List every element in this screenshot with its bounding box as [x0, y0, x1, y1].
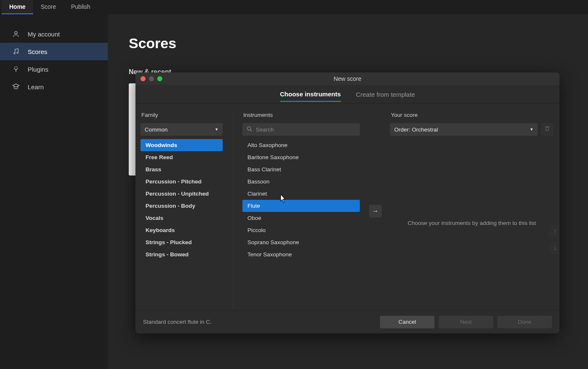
move-down-button[interactable]: ↓	[549, 242, 559, 254]
your-score-empty-message: Choose your instruments by adding them t…	[390, 136, 554, 310]
cancel-button[interactable]: Cancel	[380, 316, 434, 328]
sidebar-item-account[interactable]: My account	[0, 25, 108, 43]
select-value: Order: Orchestral	[394, 126, 438, 133]
user-icon	[12, 30, 20, 38]
svg-point-1	[14, 53, 15, 54]
arrow-up-icon: ↑	[553, 227, 557, 235]
reorder-arrows: ↑ ↓	[549, 225, 559, 254]
add-instrument-button[interactable]: →	[369, 205, 382, 217]
move-up-button[interactable]: ↑	[549, 225, 559, 237]
page-title: Scores	[129, 35, 567, 52]
family-column: Family Common ▼ Woodwinds Free Reed Bras…	[135, 112, 228, 310]
music-icon	[12, 48, 20, 55]
dialog-titlebar[interactable]: New score	[135, 72, 559, 85]
sidebar-item-label: Scores	[28, 48, 47, 55]
instrument-item[interactable]: Bassoon	[242, 175, 360, 188]
order-select[interactable]: Order: Orchestral ▼	[390, 123, 538, 136]
close-window-button[interactable]	[140, 76, 146, 81]
trash-icon	[544, 126, 550, 133]
sidebar-item-label: Plugins	[28, 66, 48, 73]
arrow-down-icon: ↓	[553, 244, 557, 252]
family-genre-select[interactable]: Common ▼	[140, 123, 223, 136]
svg-point-3	[247, 126, 251, 130]
family-item-perc-pitched[interactable]: Percussion - Pitched	[140, 175, 223, 188]
instrument-search[interactable]	[242, 123, 360, 136]
your-score-label: Your score	[390, 112, 554, 118]
family-label: Family	[140, 112, 223, 118]
family-item-perc-unpitched[interactable]: Percussion - Unpitched	[140, 188, 223, 200]
delete-instrument-button[interactable]	[541, 123, 554, 136]
window-controls	[140, 76, 162, 81]
sidebar-item-plugins[interactable]: Plugins	[0, 60, 108, 78]
next-button[interactable]: Next	[439, 316, 493, 328]
instrument-item[interactable]: Oboe	[242, 212, 360, 224]
family-item-perc-body[interactable]: Percussion - Body	[140, 200, 223, 212]
sidebar: My account Scores Plugins Learn	[0, 14, 108, 369]
search-icon	[247, 126, 252, 133]
sidebar-item-label: My account	[28, 31, 60, 38]
instrument-item-flute[interactable]: Flute	[242, 200, 360, 212]
instrument-item[interactable]: Baritone Saxophone	[242, 151, 360, 163]
sidebar-item-scores[interactable]: Scores	[0, 43, 108, 60]
your-score-column: Your score Order: Orchestral ▼ Choose yo…	[387, 112, 559, 310]
family-item-strings-bowed[interactable]: Strings - Bowed	[140, 248, 223, 261]
arrow-right-icon: →	[372, 207, 379, 215]
tab-label: Choose instruments	[280, 90, 341, 98]
top-tab-publish[interactable]: Publish	[63, 0, 98, 14]
tab-create-from-template[interactable]: Create from template	[356, 87, 415, 101]
instrument-item[interactable]: Piccolo	[242, 224, 360, 236]
family-item-vocals[interactable]: Vocals	[140, 212, 223, 224]
family-list: Woodwinds Free Reed Brass Percussion - P…	[140, 139, 223, 261]
minimize-window-button[interactable]	[149, 76, 154, 81]
top-tab-label: Publish	[71, 3, 90, 10]
instrument-list: Alto Saxophone Baritone Saxophone Bass C…	[242, 139, 360, 261]
instrument-description: Standard concert flute in C.	[143, 319, 376, 325]
add-instrument-column: →	[364, 112, 387, 310]
sidebar-item-label: Learn	[28, 83, 44, 90]
done-button[interactable]: Done	[497, 316, 552, 328]
new-score-dialog: New score Choose instruments Create from…	[135, 72, 559, 333]
family-item-strings-plucked[interactable]: Strings - Plucked	[140, 236, 223, 248]
svg-point-0	[15, 31, 17, 34]
svg-point-2	[17, 52, 18, 54]
tab-choose-instruments[interactable]: Choose instruments	[280, 86, 341, 102]
tab-label: Create from template	[356, 91, 415, 98]
chevron-down-icon: ▼	[530, 127, 533, 132]
sidebar-item-learn[interactable]: Learn	[0, 78, 108, 95]
instrument-item[interactable]: Clarinet	[242, 188, 360, 200]
family-item-brass[interactable]: Brass	[140, 163, 223, 175]
dialog-tabs: Choose instruments Create from template	[135, 85, 559, 103]
select-value: Common	[145, 126, 168, 133]
instrument-item[interactable]: Soprano Saxophone	[242, 236, 360, 248]
top-tab-score[interactable]: Score	[33, 0, 64, 14]
top-tab-bar: Home Score Publish	[0, 0, 588, 14]
family-item-freereed[interactable]: Free Reed	[140, 151, 223, 163]
top-tab-label: Score	[41, 3, 56, 10]
instruments-column: Instruments Alto Saxophone Baritone Saxo…	[238, 112, 364, 310]
maximize-window-button[interactable]	[157, 76, 162, 81]
instrument-item[interactable]: Alto Saxophone	[242, 139, 360, 151]
learn-icon	[12, 83, 20, 90]
top-tab-home[interactable]: Home	[2, 0, 33, 14]
instrument-item[interactable]: Bass Clarinet	[242, 163, 360, 175]
plug-icon	[12, 65, 20, 73]
top-tab-label: Home	[9, 3, 26, 10]
instruments-label: Instruments	[242, 112, 360, 118]
family-item-woodwinds[interactable]: Woodwinds	[140, 139, 223, 151]
dialog-footer: Standard concert flute in C. Cancel Next…	[135, 310, 559, 333]
column-divider	[233, 112, 233, 310]
instrument-item[interactable]: Tenor Saxophone	[242, 248, 360, 261]
family-item-keyboards[interactable]: Keyboards	[140, 224, 223, 236]
instrument-search-input[interactable]	[256, 126, 356, 133]
chevron-down-icon: ▼	[215, 127, 219, 132]
dialog-title: New score	[135, 75, 559, 82]
